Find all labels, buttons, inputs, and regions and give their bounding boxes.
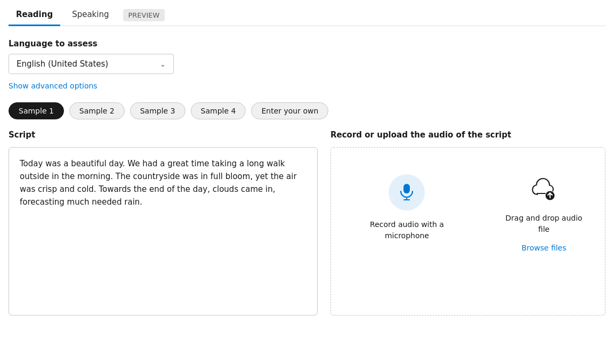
language-dropdown[interactable]: English (United States) ⌄: [9, 54, 174, 74]
audio-section: Record or upload the audio of the script: [330, 130, 605, 318]
upload-audio-option[interactable]: Drag and drop audio file Browse files: [499, 174, 589, 252]
script-textarea[interactable]: [9, 147, 318, 316]
main-content: Language to assess English (United State…: [9, 26, 605, 326]
tab-preview[interactable]: PREVIEW: [123, 9, 165, 21]
pill-sample4[interactable]: Sample 4: [191, 102, 246, 119]
advanced-options-link[interactable]: Show advanced options: [9, 82, 98, 90]
pill-sample2[interactable]: Sample 2: [69, 102, 125, 119]
record-audio-option[interactable]: Record audio with a microphone: [347, 174, 467, 241]
chevron-down-icon: ⌄: [160, 60, 166, 68]
upload-audio-label: Drag and drop audio file: [499, 213, 589, 235]
pill-own[interactable]: Enter your own: [251, 102, 328, 119]
tab-reading[interactable]: Reading: [9, 4, 60, 26]
script-heading: Script: [9, 130, 318, 140]
browse-files-link[interactable]: Browse files: [521, 244, 566, 252]
tab-bar: Reading Speaking PREVIEW: [9, 0, 605, 26]
microphone-icon: [398, 182, 416, 203]
mic-circle: [389, 174, 425, 211]
language-value: English (United States): [17, 59, 108, 69]
columns: Script Record or upload the audio of the…: [9, 130, 605, 318]
language-label: Language to assess: [9, 39, 605, 48]
tab-speaking[interactable]: Speaking: [64, 4, 116, 26]
cloud-upload-icon: [530, 174, 558, 204]
svg-rect-0: [403, 184, 410, 193]
audio-heading: Record or upload the audio of the script: [330, 130, 605, 140]
audio-drop-zone[interactable]: Record audio with a microphone: [330, 147, 605, 316]
pill-sample1[interactable]: Sample 1: [9, 102, 64, 119]
pill-sample3[interactable]: Sample 3: [130, 102, 185, 119]
sample-pills: Sample 1 Sample 2 Sample 3 Sample 4 Ente…: [9, 102, 605, 119]
record-audio-label: Record audio with a microphone: [347, 219, 467, 241]
script-section: Script: [9, 130, 318, 318]
